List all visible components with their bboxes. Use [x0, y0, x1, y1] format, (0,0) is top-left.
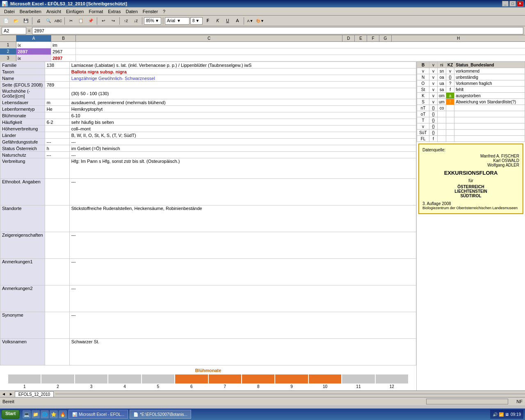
val-haufig: sehr häufig bis selten [69, 119, 416, 126]
bar-10 [309, 374, 341, 383]
sort-desc-btn[interactable]: ↓Z [131, 17, 140, 25]
save-btn[interactable]: 💾 [21, 17, 30, 25]
ind-code-fl: FL [417, 136, 429, 142]
month-num-4: 4 [108, 384, 141, 389]
zoom-box[interactable]: 85% ▼ [144, 17, 161, 25]
cell-reference[interactable]: A2 [2, 27, 26, 34]
h-scrollbar-main[interactable] [426, 399, 508, 404]
col-header-h[interactable]: H [392, 35, 525, 41]
taskbar-icons-sys: 🔊 📶 🖥 [493, 412, 509, 417]
fill-btn[interactable]: 🎨▼ [256, 17, 265, 25]
ind-status-fl [454, 136, 525, 142]
table-row: Lebenformentyp He Hemikryptophyt [0, 106, 416, 112]
open-btn[interactable]: 📂 [11, 17, 21, 25]
font-size-box[interactable]: 8 ▼ [190, 17, 203, 25]
minimize-btn[interactable]: _ [502, 1, 509, 7]
rownum-1: 1 [0, 42, 16, 48]
table-row: Gefährdungsstufe --- --- [0, 139, 416, 145]
h-scrollbar[interactable] [55, 394, 525, 394]
status-nf: NF [516, 399, 523, 404]
col-header-e[interactable]: E [355, 35, 367, 41]
menu-extras[interactable]: Extras [105, 8, 123, 15]
taskbar-icon-2[interactable]: 📁 [32, 410, 40, 418]
cell-a1[interactable]: ix [16, 42, 51, 48]
menu-format[interactable]: Format [86, 8, 105, 15]
ind-status-vv [454, 123, 525, 130]
row-3: 3 ix 2897 [0, 55, 525, 62]
taskbar-icon-5[interactable]: 🔥 [59, 410, 67, 418]
ind-status-t [454, 117, 525, 123]
ind-v2-um: um [438, 99, 446, 105]
preview-btn[interactable]: 🔍 [44, 17, 53, 25]
close-btn[interactable]: ✕ [517, 1, 523, 7]
menu-daten[interactable]: Daten [123, 8, 140, 15]
tab-nav-right[interactable]: ► [7, 392, 15, 396]
start-button[interactable]: Start [2, 410, 19, 419]
spell-btn[interactable]: ABC [54, 17, 63, 25]
val-ethno: --- [69, 179, 416, 205]
cell-b2[interactable]: 2967 [51, 48, 76, 55]
table-row: Ethnobot. Angaben --- [0, 179, 416, 205]
status-text: Bereit [2, 399, 14, 404]
val-natur-b: --- [45, 152, 69, 158]
col-header-f[interactable]: F [367, 35, 379, 41]
sheet-tab-active[interactable]: EFOLS_12_2010 [15, 391, 54, 397]
taskbar-icon-1[interactable]: 💻 [23, 410, 31, 418]
underline-btn[interactable]: U [223, 17, 232, 25]
cut-btn[interactable]: ✂ [66, 17, 75, 25]
month-num-5: 5 [142, 384, 174, 389]
col-header-b[interactable]: B [51, 35, 76, 41]
menu-bearbeiten[interactable]: Bearbeiten [17, 8, 44, 15]
sort-asc-btn[interactable]: ↑Z [121, 17, 130, 25]
menu-datei[interactable]: Datei [2, 8, 17, 15]
taskbar-icon-3[interactable]: 🌐 [41, 410, 49, 418]
menu-einfugen[interactable]: Einfügen [64, 8, 86, 15]
taskbar-explorer-item[interactable]: 📄 *E:\EFOLS2007\Botanis... [130, 410, 191, 419]
col-header-a[interactable]: A [16, 35, 51, 41]
new-btn[interactable]: 📄 [2, 17, 11, 25]
col-header-d[interactable]: D [342, 35, 355, 41]
copy-btn[interactable]: 📋 [76, 17, 85, 25]
ind-v2-ua: ua [438, 80, 446, 87]
strikethrough-btn[interactable]: A [233, 17, 242, 25]
bold-btn[interactable]: F [203, 17, 212, 25]
col-header-c[interactable]: C [76, 35, 342, 41]
print-btn[interactable]: 🖨 [34, 17, 43, 25]
menu-ansicht[interactable]: Ansicht [44, 8, 64, 15]
paste-btn[interactable]: 📌 [86, 17, 95, 25]
taskbar-icon-4[interactable]: ⭐ [50, 410, 58, 418]
datasource-authors: Manfred A. FISCHERKarl OSWALDWolfgang AD… [422, 154, 519, 167]
cell-a3[interactable]: ix [16, 55, 51, 61]
table-row: Name Langzähnige Gewöhnlich- Schwarzness… [0, 75, 416, 82]
formula-input[interactable]: 2897 [32, 27, 523, 34]
cell-b3[interactable]: 2897 [51, 55, 76, 61]
tab-nav-left[interactable]: ◄ [0, 392, 7, 396]
ind-code-sut: SüT [417, 130, 429, 136]
month-num-7: 7 [209, 384, 241, 389]
row-2: 2 2897 2967 [0, 48, 525, 55]
window-controls[interactable]: _ □ ✕ [502, 1, 523, 7]
label-verbreit: Verbreitung [0, 158, 45, 179]
menu-help[interactable]: ? [160, 8, 168, 15]
indicator-table: B v ni KZ Status_Bundesland v v sn v vor… [417, 62, 525, 142]
menu-fenster[interactable]: Fenster [140, 8, 160, 15]
val-anm2: --- [69, 285, 416, 312]
color-btn[interactable]: A▼ [246, 17, 255, 25]
ind-code-k: K [417, 93, 429, 99]
cell-b1[interactable]: im [51, 42, 76, 48]
redo-btn[interactable]: ↪ [109, 17, 118, 25]
col-header-g[interactable]: G [379, 35, 392, 41]
label-bluh: Blühmonate [0, 112, 45, 119]
cell-a2[interactable]: 2897 [16, 48, 51, 55]
italic-btn[interactable]: K [213, 17, 222, 25]
toolbar: 📄 📂 💾 🖨 🔍 ABC ✂ 📋 📌 ↩ ↪ ↑Z ↓Z 85% ▼ Aria… [0, 16, 525, 26]
taskbar-excel-item[interactable]: 📊 Microsoft Excel - EFOL... [68, 410, 128, 419]
font-name-box[interactable]: Arial ▼ [165, 17, 189, 25]
datasource-subtitle: für [422, 178, 519, 183]
ind-kz-ot [446, 111, 454, 117]
formula-bar: A2 = 2897 [0, 26, 525, 35]
cell-rest-2 [76, 48, 525, 55]
undo-btn[interactable]: ↩ [99, 17, 108, 25]
maximize-btn[interactable]: □ [509, 1, 516, 7]
val-verbreit-b [45, 158, 69, 179]
